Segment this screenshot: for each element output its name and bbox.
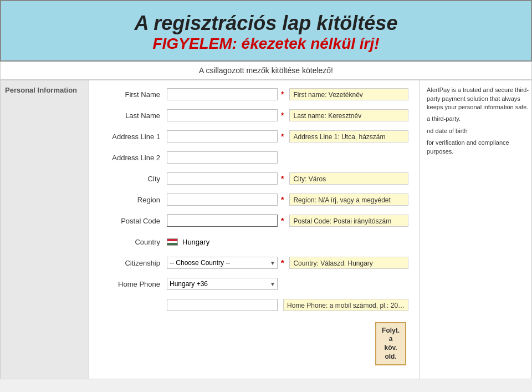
first-name-row: First Name * First name: Vezetéknév <box>95 86 408 103</box>
home-phone-input-wrap: Hungary +36 ▼ <box>167 278 408 290</box>
region-label: Region <box>95 196 167 204</box>
address1-label: Address Line 1 <box>95 133 167 141</box>
next-button[interactable]: Folyt. a köv. old. <box>375 322 406 365</box>
last-name-label: Last Name <box>95 111 167 120</box>
home-phone-label: Home Phone <box>95 280 167 288</box>
next-button-line2: köv. old. <box>385 344 397 360</box>
citizenship-row: Citizenship -- Choose Country -- Hungary… <box>95 254 408 271</box>
country-row: Country Hungary <box>95 233 408 250</box>
main-container: Personal Information First Name * First … <box>0 80 532 379</box>
form-area: First Name * First name: Vezetéknév Last… <box>89 80 420 379</box>
home-phone-number-input[interactable] <box>167 299 278 311</box>
last-name-hint: Last name: Keresztnév <box>289 109 408 121</box>
region-required: * <box>281 195 284 204</box>
last-name-input[interactable] <box>167 109 278 121</box>
city-input[interactable] <box>167 172 278 185</box>
address2-label: Address Line 2 <box>95 154 167 162</box>
postal-code-required: * <box>281 216 284 225</box>
city-row: City * City: Város <box>95 170 408 187</box>
right-info-panel: AlertPay is a trusted and secure third-p… <box>420 80 532 379</box>
city-required: * <box>281 174 284 183</box>
citizenship-hint: Country: Válaszd: Hungary <box>289 257 408 269</box>
address2-input[interactable] <box>167 151 278 164</box>
last-name-required: * <box>281 111 284 120</box>
first-name-hint: First name: Vezetéknév <box>289 88 408 100</box>
address2-input-wrap <box>167 151 408 164</box>
right-info-line2: a third-party. <box>427 115 532 123</box>
citizenship-select-wrap: -- Choose Country -- Hungary ▼ <box>167 257 278 269</box>
left-panel: Personal Information <box>1 80 89 379</box>
right-info-line3: nd date of birth <box>427 127 532 135</box>
citizenship-required: * <box>281 258 284 267</box>
postal-code-label: Postal Code <box>95 217 167 225</box>
citizenship-select[interactable]: -- Choose Country -- Hungary <box>167 257 278 269</box>
first-name-input-wrap: * First name: Vezetéknév <box>167 88 408 100</box>
address1-input-wrap: * Address Line 1: Utca, házszám <box>167 130 408 142</box>
notice-bar: A csillagozott mezők kitöltése kötelező! <box>0 62 532 80</box>
postal-code-row: Postal Code * Postal Code: Postai irányí… <box>95 212 408 229</box>
header-banner: A regisztrációs lap kitöltése FIGYELEM: … <box>0 0 532 62</box>
citizenship-input-wrap: -- Choose Country -- Hungary ▼ * Country… <box>167 257 408 269</box>
home-phone-row: Home Phone Hungary +36 ▼ <box>95 276 408 292</box>
home-phone-number-input-wrap: Home Phone: a mobil számod, pl.: 20… <box>167 299 408 311</box>
region-hint: Region: N/A írj, vagy a megyédet <box>289 194 408 206</box>
postal-code-input-wrap: * Postal Code: Postai irányítószám <box>167 215 408 227</box>
first-name-required: * <box>281 90 284 99</box>
next-button-line1: Folyt. a <box>382 327 400 343</box>
city-hint: City: Város <box>289 172 408 185</box>
home-phone-hint: Home Phone: a mobil számod, pl.: 20… <box>283 299 408 311</box>
address1-hint: Address Line 1: Utca, házszám <box>289 130 408 142</box>
region-row: Region * Region: N/A írj, vagy a megyéde… <box>95 191 408 208</box>
header-subtitle: FIGYELEM: ékezetek nélkül írj! <box>12 35 520 53</box>
address1-row: Address Line 1 * Address Line 1: Utca, h… <box>95 128 408 145</box>
left-panel-title: Personal Information <box>5 86 84 94</box>
region-input[interactable] <box>167 194 278 206</box>
city-label: City <box>95 175 167 183</box>
right-info-line4: for verification and compliance purposes… <box>427 139 532 156</box>
region-input-wrap: * Region: N/A írj, vagy a megyédet <box>167 194 408 206</box>
home-phone-select-wrap: Hungary +36 ▼ <box>167 278 278 290</box>
notice-text: A csillagozott mezők kitöltése kötelező! <box>199 66 333 75</box>
home-phone-number-row: Home Phone: a mobil számod, pl.: 20… <box>95 297 408 313</box>
postal-code-input[interactable] <box>167 215 278 227</box>
last-name-row: Last Name * Last name: Keresztnév <box>95 107 408 124</box>
city-input-wrap: * City: Város <box>167 172 408 185</box>
right-info-line1: AlertPay is a trusted and secure third-p… <box>427 86 532 111</box>
address1-input[interactable] <box>167 130 278 142</box>
first-name-label: First Name <box>95 90 167 99</box>
header-title: A regisztrációs lap kitöltése <box>12 11 520 35</box>
country-label: Country <box>95 238 167 246</box>
country-value: Hungary <box>182 238 209 246</box>
first-name-input[interactable] <box>167 88 278 100</box>
country-value-wrap: Hungary <box>167 238 408 246</box>
home-phone-select[interactable]: Hungary +36 <box>167 278 278 290</box>
citizenship-label: Citizenship <box>95 259 167 267</box>
address1-required: * <box>281 132 284 141</box>
postal-code-hint: Postal Code: Postai irányítószám <box>289 215 408 227</box>
address2-row: Address Line 2 <box>95 149 408 166</box>
hungary-flag-icon <box>167 238 178 246</box>
last-name-input-wrap: * Last name: Keresztnév <box>167 109 408 121</box>
